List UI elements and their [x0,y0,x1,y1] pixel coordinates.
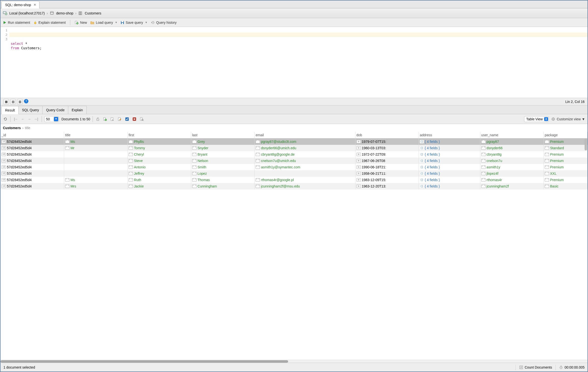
cell-address[interactable]: { }{ 4 fields } [419,164,480,170]
tab-explain[interactable]: Explain [68,106,87,114]
validate-button[interactable] [125,117,129,122]
editor-text[interactable]: select *from Customers; [9,27,588,98]
cell-address[interactable]: { }{ 4 fields } [419,158,480,164]
cell-last[interactable]: " "Nelson [191,158,254,164]
cell-last[interactable]: " "Grey [191,138,254,145]
cell-email[interactable] [255,170,355,177]
table-row[interactable]: id57d28452ed5d4" "Mrs" "Jackie" "Cunning… [0,183,588,189]
cell-package[interactable]: " "XXL [544,170,588,177]
run-statement-button[interactable]: Run statement [3,21,30,25]
tab-query-code[interactable]: Query Code [42,106,68,114]
cell-first[interactable]: " "Jackie [128,183,191,189]
cell-package[interactable]: " "Premium [544,164,588,170]
help-icon[interactable]: ? [24,99,28,103]
breadcrumb-database[interactable]: demo-shop [56,11,73,15]
view-mode-2-button[interactable]: ▤ [10,99,16,104]
cell-email[interactable]: " "jcunningham2f@msu.edu [255,183,355,189]
cell-first[interactable]: " "Antonio [128,164,191,170]
cell-email[interactable]: " "pgray87@studio3t.com [255,138,355,145]
table-row[interactable]: id57d28452ed5d4" "Ms" "Phyllis" "Grey" "… [0,138,588,145]
cell-email[interactable]: " "rthomas4r@google.pl [255,177,355,183]
table-row[interactable]: id57d28452ed5d4" "Steve" "Nelson" "cnels… [0,158,588,164]
table-row[interactable]: id57d28452ed5d4" "Ms" "Ruth" "Thomas" "r… [0,177,588,183]
sql-editor[interactable]: 123 select *from Customers; [0,27,588,98]
breadcrumb-collection[interactable]: Customers [85,11,101,15]
cell-user_name[interactable]: " "cnelson7u [480,158,543,164]
table-row[interactable]: id57d28452ed5d4" "Jeffrey" "Lopez⧉1958-0… [0,170,588,177]
cell-first[interactable]: " "Cheryl [128,151,191,158]
tab-sql-query[interactable]: SQL Query [18,106,43,114]
cell-email[interactable]: " "asmith1y@symantec.com [255,164,355,170]
edit-document-button[interactable] [117,117,122,122]
cell-title[interactable]: " "Mrs [64,183,127,189]
close-icon[interactable]: ✕ [34,3,36,7]
cell-dob[interactable]: ⧉1979-07-07T15: [355,138,419,145]
data-grid[interactable]: _idtitlefirstlastemaildobaddressuser_nam… [0,132,588,189]
column-header[interactable]: user_name [480,132,543,138]
customize-view-button[interactable]: Customize view ▼ [551,117,585,121]
cell-address[interactable]: { }{ 4 fields } [419,170,480,177]
column-header[interactable]: email [255,132,355,138]
cell-first[interactable]: " "Steve [128,158,191,164]
table-row[interactable]: id57d28452ed5d4" "Cheryl" "Bryant" "cbry… [0,151,588,158]
cell-package[interactable]: " "Premium [544,177,588,183]
cell-address[interactable]: { }{ 4 fields } [419,151,480,158]
breadcrumb-connection[interactable]: Local (localhost:27017) [9,11,45,15]
unlock-button[interactable] [95,117,100,122]
cell-email[interactable]: " "dsnyder66@umich.edu [255,145,355,151]
cell-package[interactable]: " "Premium [544,158,588,164]
view-document-button[interactable] [110,117,115,122]
cell-last[interactable]: " "Thomas [191,177,254,183]
cell-user_name[interactable]: " "jlopez4f [480,170,543,177]
column-header[interactable]: package [544,132,588,138]
column-header[interactable]: dob [355,132,419,138]
cell-dob[interactable]: ⧉1958-06-21T11: [355,170,419,177]
cell-_id[interactable]: id57d28452ed5d4 [0,158,64,164]
column-header[interactable]: address [419,132,480,138]
cell-_id[interactable]: id57d28452ed5d4 [0,177,64,183]
prev-page-button[interactable]: ← [20,117,26,121]
last-page-button[interactable]: →| [33,117,39,121]
query-history-button[interactable]: Query history [151,21,176,25]
refresh-button[interactable] [3,117,8,122]
cell-user_name[interactable]: " "dsnyder66 [480,145,543,151]
view-mode-3-button[interactable]: ▥ [17,99,23,104]
cell-user_name[interactable]: " "asmith1y [480,164,543,170]
cell-first[interactable]: " "Phyllis [128,138,191,145]
cell-last[interactable]: " "Bryant [191,151,254,158]
cell-first[interactable]: " "Ruth [128,177,191,183]
first-page-button[interactable]: |← [13,117,19,121]
cell-_id[interactable]: id57d28452ed5d4 [0,151,64,158]
cell-_id[interactable]: id57d28452ed5d4 [0,164,64,170]
cell-title[interactable] [64,151,127,158]
cell-_id[interactable]: id57d28452ed5d4 [0,170,64,177]
cell-package[interactable]: " "Basic [544,183,588,189]
add-document-button[interactable] [103,117,107,122]
cell-dob[interactable]: ⧉1967-06-26T08 [355,158,419,164]
cell-address[interactable]: { }{ 4 fields } [419,145,480,151]
page-size-select[interactable]: 50 [44,116,59,122]
cell-package[interactable]: " "Premium [544,138,588,145]
vertical-scrollbar[interactable] [585,139,587,150]
cell-title[interactable] [64,158,127,164]
cell-_id[interactable]: id57d28452ed5d4 [0,145,64,151]
cell-dob[interactable]: ⧉1983-12-09T15: [355,177,419,183]
cell-dob[interactable]: ⧉1963-12-20T13: [355,183,419,189]
cell-last[interactable]: " "Snyder [191,145,254,151]
column-header[interactable]: last [191,132,254,138]
cell-_id[interactable]: id57d28452ed5d4 [0,138,64,145]
save-query-button[interactable]: Save query ▼ [121,21,147,25]
cell-title[interactable]: " "Mr [64,145,127,151]
cell-user_name[interactable]: " "cbryant8g [480,151,543,158]
cell-address[interactable]: { }{ 4 fields } [419,177,480,183]
cell-title[interactable]: " "Ms [64,138,127,145]
cell-last[interactable]: " "Smith [191,164,254,170]
column-header[interactable]: _id [0,132,64,138]
cell-dob[interactable]: ⧉1960-03-13T03: [355,145,419,151]
cell-email[interactable]: " "cbryant8g@google.de [255,151,355,158]
cell-address[interactable]: { }{ 4 fields } [419,183,480,189]
tab-result[interactable]: Result [1,106,19,114]
cell-title[interactable] [64,164,127,170]
cell-last[interactable]: " "Cunningham [191,183,254,189]
cell-user_name[interactable]: " "rthomas4r [480,177,543,183]
